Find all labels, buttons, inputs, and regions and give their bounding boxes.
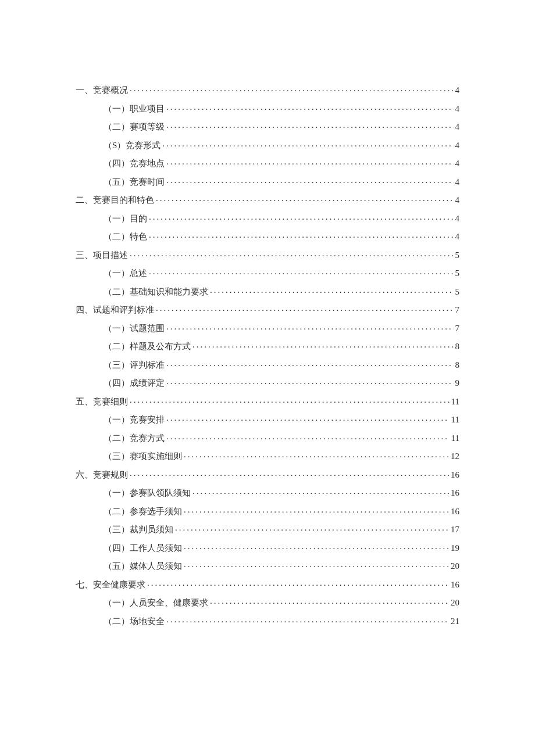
toc-page-number: 4	[455, 228, 460, 246]
toc-leader-dots	[166, 432, 450, 441]
toc-entry: （五）竞赛时间4	[76, 173, 459, 192]
toc-label: （一）职业项目	[104, 100, 165, 119]
toc-leader-dots	[149, 213, 454, 221]
toc-label: 五、竞赛细则	[76, 393, 128, 411]
toc-leader-dots	[166, 121, 454, 130]
toc-label: （二）特色	[104, 228, 147, 246]
toc-leader-dots	[149, 231, 454, 239]
toc-entry: （四）成绩评定9	[76, 374, 459, 393]
toc-leader-dots	[166, 377, 454, 386]
toc-entry: （一）目的4	[76, 210, 459, 228]
toc-leader-dots	[184, 542, 449, 551]
toc-label: （S）竞赛形式	[104, 137, 160, 155]
toc-leader-dots	[166, 359, 454, 368]
toc-leader-dots	[175, 524, 449, 532]
toc-entry: （一）试题范围7	[76, 320, 459, 338]
toc-label: （五）媒体人员须知	[104, 557, 182, 576]
toc-entry: 七、安全健康要求16	[76, 576, 459, 594]
toc-entry: （一）参赛队领队须知16	[76, 484, 459, 503]
toc-leader-dots	[166, 103, 454, 112]
toc-label: 七、安全健康要求	[76, 576, 145, 594]
toc-entry: （三）裁判员须知17	[76, 521, 459, 539]
toc-page-number: 11	[451, 411, 459, 429]
toc-label: 二、竞赛目的和特色	[76, 191, 154, 210]
toc-page-number: 16	[451, 484, 459, 503]
toc-page-number: 21	[451, 612, 459, 631]
toc-leader-dots	[192, 487, 449, 496]
toc-label: （二）基础知识和能力要求	[104, 283, 208, 302]
toc-page-number: 4	[455, 118, 460, 137]
toc-label: 六、竞赛规则	[76, 466, 128, 485]
toc-page-number: 4	[455, 100, 460, 119]
toc-entry: （四）工作人员须知19	[76, 539, 459, 558]
toc-entry: （S）竞赛形式4	[76, 137, 459, 155]
toc-entry: （二）场地安全21	[76, 612, 459, 631]
toc-entry: （二）赛项等级4	[76, 118, 459, 137]
toc-page-number: 4	[455, 81, 460, 100]
toc-leader-dots	[162, 139, 453, 148]
toc-leader-dots	[130, 249, 454, 258]
toc-label: 四、试题和评判标准	[76, 301, 154, 320]
toc-leader-dots	[130, 396, 450, 404]
toc-entry: 六、竞赛规则16	[76, 466, 459, 485]
toc-page-number: 7	[455, 301, 460, 320]
toc-page-number: 20	[451, 594, 459, 612]
toc-label: （四）工作人员须知	[104, 539, 182, 558]
toc-leader-dots	[210, 597, 449, 605]
toc-leader-dots	[166, 414, 450, 422]
toc-label: （四）竞赛地点	[104, 155, 165, 173]
toc-leader-dots	[184, 506, 449, 514]
toc-leader-dots	[184, 450, 449, 459]
toc-label: （二）竞赛方式	[104, 429, 165, 448]
toc-leader-dots	[184, 560, 449, 569]
toc-page-number: 20	[451, 557, 459, 576]
toc-entry: （三）评判标准8	[76, 356, 459, 375]
toc-entry: （一）总述5	[76, 264, 459, 283]
toc-label: （一）参赛队领队须知	[104, 484, 191, 503]
toc-leader-dots	[166, 176, 454, 185]
toc-label: （二）场地安全	[104, 612, 165, 631]
toc-leader-dots	[210, 286, 454, 295]
table-of-contents: 一、竞赛概况4（一）职业项目4（二）赛项等级4（S）竞赛形式4（四）竞赛地点4（…	[76, 81, 459, 630]
toc-entry: （一）职业项目4	[76, 100, 459, 119]
toc-entry: （一）人员安全、健康要求20	[76, 594, 459, 612]
toc-page-number: 16	[451, 576, 459, 594]
toc-entry: 一、竞赛概况4	[76, 81, 459, 100]
toc-page-number: 19	[451, 539, 459, 558]
toc-entry: （三）赛项实施细则12	[76, 447, 459, 466]
toc-label: （一）目的	[104, 210, 147, 228]
toc-entry: （二）竞赛方式11	[76, 429, 459, 448]
toc-page-number: 8	[455, 356, 460, 375]
toc-label: 三、项目描述	[76, 246, 128, 265]
toc-entry: 三、项目描述5	[76, 246, 459, 265]
toc-entry: （二）参赛选手须知16	[76, 503, 459, 521]
toc-label: （三）赛项实施细则	[104, 447, 182, 466]
toc-page-number: 16	[451, 466, 459, 485]
toc-leader-dots	[166, 323, 454, 331]
toc-entry: （五）媒体人员须知20	[76, 557, 459, 576]
toc-label: （一）试题范围	[104, 320, 165, 338]
toc-page-number: 4	[455, 137, 460, 155]
toc-leader-dots	[166, 157, 454, 166]
toc-label: （三）裁判员须知	[104, 521, 173, 539]
toc-entry: （二）特色4	[76, 228, 459, 246]
toc-page-number: 5	[455, 283, 460, 302]
toc-leader-dots	[156, 304, 454, 313]
toc-page-number: 16	[451, 503, 459, 521]
toc-entry: （二）基础知识和能力要求5	[76, 283, 459, 302]
toc-entry: 五、竞赛细则11	[76, 393, 459, 411]
toc-entry: （一）竞赛安排11	[76, 411, 459, 429]
toc-page-number: 8	[455, 338, 460, 356]
toc-leader-dots	[192, 341, 454, 349]
toc-page-number: 11	[451, 393, 459, 411]
toc-leader-dots	[147, 579, 449, 587]
toc-leader-dots	[149, 267, 454, 276]
toc-label: （三）评判标准	[104, 356, 165, 375]
toc-label: （一）竞赛安排	[104, 411, 165, 429]
toc-page-number: 17	[451, 521, 459, 539]
toc-entry: （二）样题及公布方式8	[76, 338, 459, 356]
toc-page-number: 4	[455, 210, 460, 228]
toc-label: （二）样题及公布方式	[104, 338, 191, 356]
toc-page-number: 4	[455, 191, 460, 210]
toc-label: （五）竞赛时间	[104, 173, 165, 192]
